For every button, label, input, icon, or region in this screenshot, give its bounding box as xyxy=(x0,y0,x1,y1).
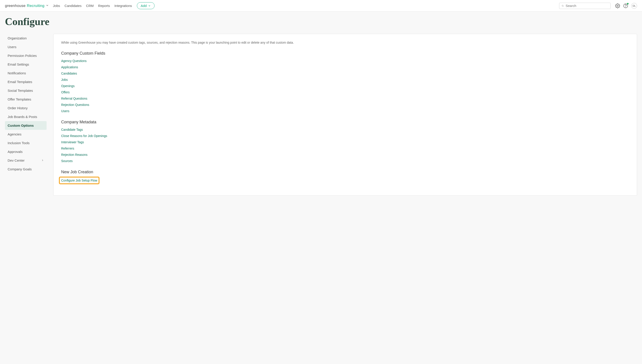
link-close-reasons-for-job-openings[interactable]: Close Reasons for Job Openings xyxy=(61,134,107,138)
link-users[interactable]: Users xyxy=(61,109,70,113)
list-item: Openings xyxy=(61,84,629,88)
nav-links: Jobs Candidates CRM Reports Integrations xyxy=(53,4,132,8)
sidebar-item-agencies[interactable]: Agencies xyxy=(5,130,47,138)
sidebar-item-approvals[interactable]: Approvals xyxy=(5,147,47,156)
sidebar-item-label: Offer Templates xyxy=(8,98,31,101)
sidebar-item-label: Dev Center xyxy=(8,158,25,162)
nav-reports[interactable]: Reports xyxy=(98,4,110,8)
link-sources[interactable]: Sources xyxy=(61,159,73,163)
sidebar-item-users[interactable]: Users xyxy=(5,42,47,51)
sidebar: OrganizationUsersPermission PoliciesEmai… xyxy=(5,34,47,196)
sidebar-item-label: Permission Policies xyxy=(8,54,37,58)
sidebar-item-social-templates[interactable]: Social Templates xyxy=(5,86,47,95)
svg-point-0 xyxy=(562,5,563,6)
sidebar-item-label: Inclusion Tools xyxy=(8,141,30,145)
section-heading: Company Metadata xyxy=(61,120,629,124)
link-rejection-reasons[interactable]: Rejection Reasons xyxy=(61,153,88,156)
link-offers[interactable]: Offers xyxy=(61,90,70,94)
list-item: Referral Questions xyxy=(61,96,629,100)
link-list: Configure Job Setup Flow xyxy=(61,178,629,184)
page-title: Configure xyxy=(0,12,642,34)
link-interviewer-tags[interactable]: Interviewer Tags xyxy=(61,140,84,144)
nav-candidates[interactable]: Candidates xyxy=(65,4,82,8)
logo[interactable]: greenhouse Recruiting xyxy=(5,4,49,8)
nav-integrations[interactable]: Integrations xyxy=(115,4,132,8)
list-item: Sources xyxy=(61,159,629,163)
avatar[interactable]: DL xyxy=(631,3,637,9)
content-panel: While using Greenhouse you may have crea… xyxy=(53,34,637,196)
sidebar-item-label: Organization xyxy=(8,36,27,40)
sidebar-item-offer-templates[interactable]: Offer Templates xyxy=(5,95,47,104)
sidebar-item-label: Agencies xyxy=(8,132,22,136)
list-item: Offers xyxy=(61,90,629,94)
sidebar-item-permission-policies[interactable]: Permission Policies xyxy=(5,51,47,60)
sidebar-item-email-templates[interactable]: Email Templates xyxy=(5,78,47,86)
sidebar-item-label: Approvals xyxy=(8,150,23,154)
avatar-initials: DL xyxy=(632,4,636,7)
sidebar-item-job-boards-posts[interactable]: Job Boards & Posts xyxy=(5,112,47,121)
add-label: Add xyxy=(141,4,147,8)
sidebar-item-label: Email Templates xyxy=(8,80,32,84)
chevron-down-icon[interactable] xyxy=(46,4,49,8)
link-rejection-questions[interactable]: Rejection Questions xyxy=(61,103,89,106)
list-item: Jobs xyxy=(61,78,629,82)
link-configure-job-setup-flow[interactable]: Configure Job Setup Flow xyxy=(61,179,97,182)
list-item: Rejection Reasons xyxy=(61,153,629,157)
search-input[interactable] xyxy=(566,4,608,8)
chevron-right-icon xyxy=(41,158,44,162)
sidebar-item-order-history[interactable]: Order History xyxy=(5,104,47,112)
chevron-down-icon xyxy=(148,4,151,7)
list-item: Candidates xyxy=(61,72,629,76)
svg-point-2 xyxy=(617,5,618,6)
link-candidate-tags[interactable]: Candidate Tags xyxy=(61,128,83,132)
sidebar-item-label: Email Settings xyxy=(8,62,29,66)
sidebar-item-label: Company Goals xyxy=(8,167,32,171)
sidebar-item-dev-center[interactable]: Dev Center xyxy=(5,156,47,165)
list-item: Agency Questions xyxy=(61,59,629,63)
logo-text-1: greenhouse xyxy=(5,4,26,8)
svg-point-4 xyxy=(626,7,626,7)
sidebar-item-inclusion-tools[interactable]: Inclusion Tools xyxy=(5,138,47,147)
sidebar-item-email-settings[interactable]: Email Settings xyxy=(5,60,47,69)
sidebar-item-company-goals[interactable]: Company Goals xyxy=(5,165,47,174)
section-heading: New Job Creation xyxy=(61,170,629,174)
sidebar-item-custom-options[interactable]: Custom Options xyxy=(5,121,47,130)
list-item: Candidate Tags xyxy=(61,128,629,132)
top-bar: greenhouse Recruiting Jobs Candidates CR… xyxy=(0,0,642,12)
list-item: Rejection Questions xyxy=(61,103,629,107)
link-list: Agency QuestionsApplicationsCandidatesJo… xyxy=(61,59,629,113)
add-button[interactable]: Add xyxy=(137,2,155,9)
search-input-wrap[interactable] xyxy=(559,3,611,9)
sidebar-item-label: Custom Options xyxy=(8,124,34,128)
link-openings[interactable]: Openings xyxy=(61,84,75,88)
link-list: Candidate TagsClose Reasons for Job Open… xyxy=(61,128,629,163)
nav-jobs[interactable]: Jobs xyxy=(53,4,60,8)
sidebar-item-label: Job Boards & Posts xyxy=(8,115,37,119)
list-item: Referrers xyxy=(61,146,629,150)
sidebar-item-notifications[interactable]: Notifications xyxy=(5,69,47,78)
link-referrers[interactable]: Referrers xyxy=(61,147,74,150)
list-item: Close Reasons for Job Openings xyxy=(61,134,629,138)
sidebar-item-label: Social Templates xyxy=(8,89,33,92)
link-applications[interactable]: Applications xyxy=(61,65,78,69)
link-agency-questions[interactable]: Agency Questions xyxy=(61,59,87,63)
top-icons: DL xyxy=(615,3,637,9)
search-icon xyxy=(561,4,564,8)
nav-crm[interactable]: CRM xyxy=(86,4,94,8)
notification-dot xyxy=(627,3,628,4)
intro-text: While using Greenhouse you may have crea… xyxy=(61,41,629,44)
sidebar-item-label: Users xyxy=(8,45,16,49)
list-item: Users xyxy=(61,109,629,113)
link-jobs[interactable]: Jobs xyxy=(61,78,68,82)
svg-line-1 xyxy=(563,6,564,6)
highlighted-link: Configure Job Setup Flow xyxy=(59,177,100,184)
list-item: Configure Job Setup Flow xyxy=(61,178,629,184)
sidebar-item-organization[interactable]: Organization xyxy=(5,34,47,42)
sidebar-item-label: Order History xyxy=(8,106,28,110)
link-referral-questions[interactable]: Referral Questions xyxy=(61,97,87,100)
gear-icon[interactable] xyxy=(615,3,620,8)
link-candidates[interactable]: Candidates xyxy=(61,72,77,75)
list-item: Interviewer Tags xyxy=(61,140,629,144)
help-icon[interactable] xyxy=(623,3,628,8)
section-heading: Company Custom Fields xyxy=(61,51,629,56)
